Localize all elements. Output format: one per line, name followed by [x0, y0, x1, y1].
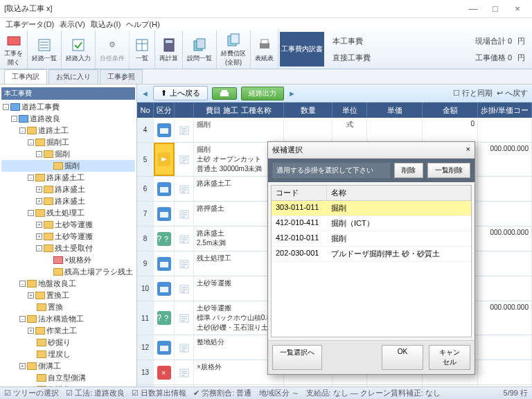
candidate-row[interactable]: 202-030-001ブルドーザ掘削押土 砂・砂質土 [272, 247, 471, 262]
statusbar: ☑ ツリーの選択 ☑ 工法: 道路改良 ☑ 日数算出情報 ✔ 労務割合: 普通 … [0, 387, 532, 399]
tree-node[interactable]: -残土処理工 [1, 207, 135, 219]
dialog-title: 候補選択 [272, 145, 303, 155]
tree-node[interactable]: -掘削工 [1, 136, 135, 148]
tree-node[interactable]: 側溝蓋 [1, 384, 135, 387]
tree-node[interactable]: +土砂等運搬 [1, 219, 135, 231]
tree-node[interactable]: +土砂等運搬 [1, 231, 135, 242]
svg-rect-28 [160, 262, 168, 267]
tree-node[interactable]: 掘削 [1, 160, 135, 172]
close-button[interactable]: × [507, 2, 528, 16]
candidate-dialog: 候補選択× 適用する歩掛を選択して下さい 削除 一覧削除 コード名称 303-0… [267, 141, 475, 375]
tree-node[interactable]: +路床盛土 [1, 195, 135, 207]
delete-button[interactable]: 削除 [394, 163, 423, 178]
nav-right-icon[interactable]: ► [288, 89, 296, 98]
output-button[interactable]: 経路出力 [241, 87, 284, 100]
svg-rect-19 [160, 128, 168, 134]
tree-node[interactable]: 埋戻し [1, 348, 135, 360]
svg-text:?: ? [164, 314, 168, 322]
tree-panel[interactable]: 本工事費 -道路工事費-道路改良-道路土工-掘削工-掘削掘削-路床盛土工+路床盛… [0, 85, 137, 387]
ribbon: 工事を 開く 経路一覧 経路入力 ⚙分任条件 一覧 再計算 設問一覧 経費信区 … [0, 30, 532, 69]
tree-node[interactable]: -掘削 [1, 148, 135, 160]
tree-node[interactable]: -法水構造物工 [1, 313, 135, 325]
svg-rect-0 [8, 37, 20, 45]
tree-node[interactable]: ×規格外 [1, 254, 135, 266]
svg-rect-16 [261, 39, 268, 44]
svg-rect-5 [73, 39, 84, 51]
list-icon [36, 37, 53, 53]
to-list-button[interactable]: 一覧選択へ [272, 345, 322, 370]
svg-rect-18 [222, 90, 227, 93]
tree-node[interactable]: -道路工事費 [1, 101, 135, 113]
gear-icon: ⚙ [104, 37, 121, 53]
print-button[interactable] [212, 87, 237, 100]
link-return[interactable]: ↩ へ戻す [497, 88, 528, 98]
tab-breakdown[interactable]: 工事内訳 [4, 69, 47, 84]
ribbon-list2[interactable]: 一覧 [130, 30, 155, 69]
open-icon [6, 32, 22, 48]
tree-node[interactable]: -残土受取付 [1, 242, 135, 254]
maximize-button[interactable]: □ [485, 2, 506, 16]
link-sync[interactable]: ☐ 行と同期 [453, 88, 493, 98]
sum-l1: 本工事費 [332, 36, 470, 46]
cancel-button[interactable]: キャンセル [429, 345, 470, 370]
tree-node[interactable]: +置換工 [1, 290, 135, 301]
svg-rect-34 [160, 346, 168, 351]
calc-icon [161, 37, 177, 53]
delete-all-button[interactable]: 一覧削除 [427, 163, 470, 178]
candidate-row[interactable]: 412-010-411掘削（ICT） [272, 216, 471, 231]
back-button[interactable]: ⬆上へ戻る [153, 86, 208, 100]
candidate-list[interactable]: コード名称 303-011-011掘削412-010-411掘削（ICT）412… [271, 185, 472, 337]
tree-node[interactable]: +路床盛土 [1, 184, 135, 195]
tree-node[interactable]: -路床盛土工 [1, 172, 135, 184]
candidate-row[interactable]: 412-010-011掘削 [272, 231, 471, 247]
tree-node[interactable]: 置換 [1, 301, 135, 313]
ribbon-recalc[interactable]: 再計算 [155, 30, 183, 69]
menu-view[interactable]: 表示(V) [60, 19, 85, 29]
sheets-icon [225, 32, 242, 48]
tab-ref[interactable]: 工事参照 [100, 69, 143, 84]
dialog-message: 適用する歩掛を選択して下さい [272, 163, 390, 178]
tree-node[interactable]: 砂掘り [1, 337, 135, 348]
svg-rect-24 [160, 212, 168, 218]
tree-node[interactable]: +作業土工 [1, 325, 135, 337]
tree-node[interactable]: +側溝工 [1, 360, 135, 372]
ribbon-input[interactable]: 経路入力 [62, 30, 96, 69]
sum-l2: 直接工事費 [332, 53, 470, 63]
table-row[interactable]: 4掘削式0 [137, 118, 532, 143]
tree-header: 本工事費 [1, 87, 135, 100]
minimize-button[interactable]: — [463, 2, 484, 16]
tab-favorite[interactable]: お気に入り [48, 69, 98, 84]
input-icon [70, 37, 87, 53]
tree-node[interactable]: -道路土工 [1, 125, 135, 136]
grid-header: No 区分 費目 施工 工種名称 数量 単位 単価 金額 歩掛/単価コー [137, 103, 532, 118]
menu-help[interactable]: ヘルプ(H) [126, 19, 159, 29]
tree-node[interactable]: 自立型側溝 [1, 372, 135, 384]
dialog-close-icon[interactable]: × [466, 145, 470, 155]
menu-data[interactable]: 工事データ(D) [6, 19, 54, 29]
content-toolbar: ◄ ⬆上へ戻る 経路出力 ► ☐ 行と同期 ↩ へ戻す [137, 85, 532, 103]
titlebar: [取込み工事 x] — □ × [0, 0, 532, 18]
nav-left-icon[interactable]: ◄ [141, 89, 149, 98]
ribbon-open[interactable]: 工事を 開く [0, 30, 28, 69]
ribbon-cond[interactable]: ⚙分任条件 [96, 30, 130, 69]
ribbon-cover[interactable]: 表紙表 [251, 30, 278, 69]
ribbon-list1[interactable]: 経路一覧 [28, 30, 62, 69]
window-controls: — □ × [463, 2, 528, 16]
menu-import[interactable]: 取込み(I) [91, 19, 121, 29]
window-title: [取込み工事 x] [4, 3, 53, 14]
svg-rect-14 [231, 34, 239, 44]
ribbon-cost[interactable]: 経費信区 (全部) [217, 30, 251, 69]
ribbon-qa[interactable]: 設問一覧 [183, 30, 217, 69]
menubar: 工事データ(D) 表示(V) 取込み(I) ヘルプ(H) [0, 18, 532, 30]
svg-text:?: ? [164, 235, 168, 243]
table-row[interactable]: 14残高土場アラシ残土等入費 【 … 】000.000.000 [137, 385, 532, 387]
tree-node[interactable]: -道路改良 [1, 113, 135, 125]
svg-text:×: × [161, 369, 166, 377]
ribbon-summary: 本工事費現場合計 0円 直接工事費工事価格 0円 [326, 30, 532, 69]
ok-button[interactable]: OK [382, 345, 423, 370]
svg-rect-12 [197, 39, 205, 48]
candidate-row[interactable]: 303-011-011掘削 [272, 201, 471, 216]
tree-node[interactable]: -地盤改良工 [1, 278, 135, 290]
print-icon [256, 37, 273, 53]
tree-node[interactable]: 残高土場アラシ残土 [1, 266, 135, 278]
